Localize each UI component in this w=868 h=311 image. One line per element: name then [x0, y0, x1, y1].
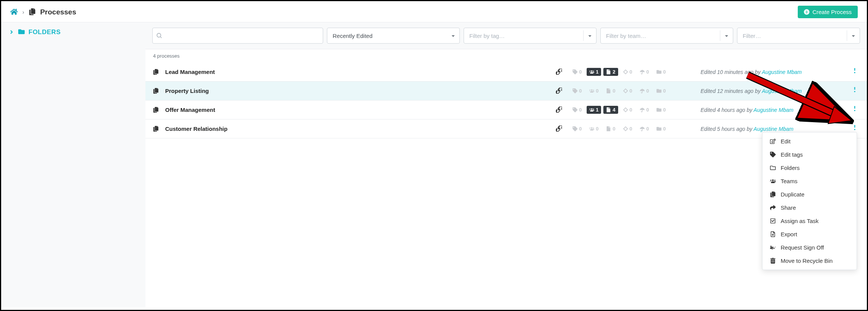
filters-bar: Recently Edited Filter by tag… Filter by…: [145, 22, 867, 49]
link-icon[interactable]: [553, 69, 565, 75]
menu-item-assign-as-task[interactable]: Assign as Task: [762, 214, 857, 228]
teams-badge[interactable]: 0: [587, 125, 601, 133]
folder-badge[interactable]: 0: [654, 68, 668, 76]
sort-label: Recently Edited: [333, 33, 372, 39]
main-content: Recently Edited Filter by tag… Filter by…: [145, 22, 867, 307]
docs-badge[interactable]: 4: [603, 106, 618, 114]
chevron-down-icon: [583, 30, 592, 41]
copy-icon: [769, 191, 776, 198]
process-icon: [153, 126, 160, 132]
search-icon: [156, 33, 162, 39]
trash-icon: [769, 258, 776, 264]
create-process-button[interactable]: Create Process: [798, 6, 858, 18]
share-icon: [769, 204, 776, 211]
badge-group: 0 0 0 0 0 0: [570, 87, 695, 95]
menu-item-folders[interactable]: Folders: [762, 161, 857, 174]
diamond-badge[interactable]: 0: [620, 106, 635, 114]
menu-item-edit[interactable]: Edit: [762, 135, 857, 148]
process-count: 4 processes: [145, 49, 867, 63]
process-name: Lead Management: [165, 69, 215, 75]
filter-tag-label: Filter by tag…: [469, 33, 505, 39]
filter-label: Filter…: [743, 33, 761, 39]
filter-tag-select[interactable]: Filter by tag…: [464, 28, 597, 44]
editor-link[interactable]: Augustine Mbam: [762, 69, 802, 75]
processes-icon: [29, 8, 36, 16]
home-icon[interactable]: [10, 8, 18, 16]
filter-team-label: Filter by team…: [606, 33, 646, 39]
docs-badge[interactable]: 2: [603, 68, 618, 76]
tags-badge[interactable]: 0: [570, 106, 584, 114]
diamond-badge[interactable]: 0: [620, 68, 635, 76]
menu-item-duplicate[interactable]: Duplicate: [762, 188, 857, 201]
diamond-badge[interactable]: 0: [620, 125, 635, 133]
page-title: Processes: [40, 8, 76, 16]
tags-badge[interactable]: 0: [570, 125, 584, 133]
breadcrumb-separator: ›: [22, 9, 24, 15]
chevron-down-icon: [447, 30, 456, 41]
teams-badge[interactable]: 1: [587, 106, 601, 114]
header: › Processes Create Process: [1, 1, 867, 22]
folder-badge[interactable]: 0: [654, 125, 668, 133]
process-name: Property Listing: [165, 88, 209, 94]
filter-team-select[interactable]: Filter by team…: [600, 28, 733, 44]
umbrella-badge[interactable]: 0: [637, 125, 652, 133]
menu-item-label: Folders: [781, 165, 800, 171]
row-menu-button[interactable]: [850, 87, 859, 95]
search-input[interactable]: [162, 33, 319, 39]
process-row[interactable]: Offer Management 0 1 4 0 0 0Edited 4 hou…: [145, 101, 867, 119]
docs-badge[interactable]: 0: [603, 125, 618, 133]
create-process-label: Create Process: [813, 9, 852, 15]
sort-select[interactable]: Recently Edited: [327, 28, 460, 44]
folders-toggle[interactable]: FOLDERS: [9, 28, 138, 36]
search-box[interactable]: [152, 28, 323, 44]
filter-select[interactable]: Filter…: [737, 28, 860, 44]
menu-item-label: Teams: [781, 178, 797, 184]
menu-item-teams[interactable]: Teams: [762, 174, 857, 188]
folder-icon: [769, 165, 776, 171]
edited-meta: Edited 5 hours ago by Augustine Mbam: [701, 126, 845, 132]
menu-item-move-to-recycle-bin[interactable]: Move to Recycle Bin: [762, 254, 857, 267]
editor-link[interactable]: Augustine Mbam: [754, 107, 794, 113]
teams-badge[interactable]: 0: [587, 87, 601, 95]
diamond-badge[interactable]: 0: [620, 87, 635, 95]
docs-badge[interactable]: 0: [603, 87, 618, 95]
menu-item-label: Assign as Task: [781, 218, 819, 224]
umbrella-badge[interactable]: 0: [637, 68, 652, 76]
process-list: Lead Management 0 1 2 0 0 0Edited 10 min…: [145, 63, 867, 138]
folders-label: FOLDERS: [28, 28, 61, 36]
menu-item-label: Export: [781, 231, 797, 237]
tags-badge[interactable]: 0: [570, 87, 584, 95]
edited-meta: Edited 4 hours ago by Augustine Mbam: [701, 107, 845, 113]
menu-item-request-sign-off[interactable]: Request Sign Off: [762, 241, 857, 254]
folder-badge[interactable]: 0: [654, 106, 668, 114]
umbrella-badge[interactable]: 0: [637, 87, 652, 95]
edited-meta: Edited 12 minutes ago by Augustine Mbam: [701, 88, 845, 94]
badge-group: 0 0 0 0 0 0: [570, 125, 695, 133]
badge-group: 0 1 2 0 0 0: [570, 68, 695, 76]
users-icon: [769, 178, 776, 184]
process-row[interactable]: Lead Management 0 1 2 0 0 0Edited 10 min…: [145, 63, 867, 82]
tags-badge[interactable]: 0: [570, 68, 584, 76]
link-icon[interactable]: [553, 107, 565, 113]
menu-item-label: Edit tags: [781, 151, 803, 158]
editor-link[interactable]: Augustine Mbam: [762, 88, 802, 94]
link-icon[interactable]: [553, 126, 565, 132]
menu-item-edit-tags[interactable]: Edit tags: [762, 148, 857, 161]
link-icon[interactable]: [553, 88, 565, 94]
menu-item-label: Share: [781, 204, 796, 211]
menu-item-share[interactable]: Share: [762, 201, 857, 214]
editor-link[interactable]: Augustine Mbam: [754, 126, 794, 132]
process-row[interactable]: Customer Relationship 0 0 0 0 0 0Edited …: [145, 119, 867, 138]
badge-group: 0 1 4 0 0 0: [570, 106, 695, 114]
teams-badge[interactable]: 1: [587, 68, 601, 76]
folder-badge[interactable]: 0: [654, 87, 668, 95]
menu-item-label: Edit: [781, 138, 791, 145]
row-menu-button[interactable]: [850, 68, 859, 76]
menu-item-label: Duplicate: [781, 191, 805, 198]
umbrella-badge[interactable]: 0: [637, 106, 652, 114]
process-row[interactable]: Property Listing 0 0 0 0 0 0Edited 12 mi…: [145, 82, 867, 101]
row-menu-button[interactable]: [850, 125, 859, 133]
chevron-down-icon: [847, 30, 856, 41]
row-menu-button[interactable]: [850, 106, 859, 114]
menu-item-export[interactable]: Export: [762, 228, 857, 241]
